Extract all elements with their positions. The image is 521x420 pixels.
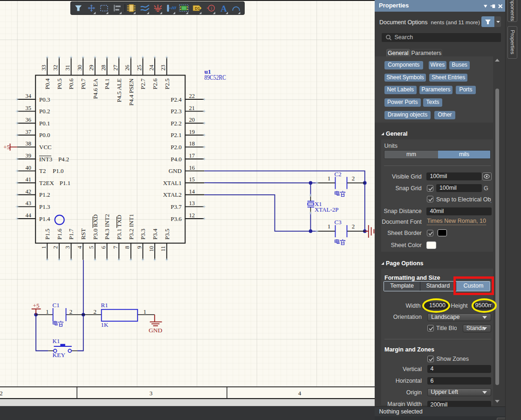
svg-text:20: 20 (189, 117, 195, 123)
svg-text:u1: u1 (205, 68, 212, 75)
svg-text:INT3: INT3 (39, 156, 52, 163)
svg-text:A: A (220, 4, 227, 14)
svg-text:GND: GND (169, 167, 182, 174)
svg-text:P2.3: P2.3 (171, 108, 181, 115)
svg-text:P3.2 INT1: P3.2 INT1 (128, 214, 135, 240)
svg-text:+5: +5 (33, 302, 40, 309)
svg-text:31: 31 (64, 65, 71, 71)
svg-text:P2.2: P2.2 (171, 120, 181, 127)
svg-text:P4.6 EA: P4.6 EA (92, 78, 99, 99)
svg-text:14: 14 (189, 188, 195, 195)
svg-text:13: 13 (189, 200, 195, 207)
svg-text:6: 6 (100, 246, 107, 249)
svg-text:D1: D1 (194, 6, 200, 11)
svg-text:P0.3: P0.3 (39, 96, 50, 103)
svg-text:3: 3 (150, 390, 153, 397)
svg-text:32: 32 (52, 65, 59, 71)
svg-text:P2.1: P2.1 (171, 131, 181, 138)
svg-text:1: 1 (41, 246, 47, 249)
svg-text:P1.3: P1.3 (39, 203, 50, 210)
svg-text:P1.6: P1.6 (56, 228, 63, 240)
svg-text:10: 10 (148, 246, 155, 252)
svg-text:P2.7: P2.7 (139, 78, 146, 90)
svg-text:P4.0: P4.0 (171, 156, 181, 163)
svg-text:17: 17 (189, 152, 195, 159)
svg-text:P3.5: P3.5 (164, 229, 171, 240)
svg-text:R1: R1 (101, 302, 108, 309)
svg-text:+5: +5 (3, 144, 10, 151)
svg-text:44: 44 (26, 212, 32, 219)
svg-text:26: 26 (124, 65, 130, 71)
svg-text:4: 4 (298, 390, 302, 397)
svg-text:P3.7: P3.7 (171, 203, 182, 210)
svg-text:1K: 1K (101, 321, 109, 328)
svg-text:P3.6: P3.6 (171, 215, 182, 222)
svg-text:P1.4: P1.4 (39, 215, 50, 222)
svg-text:T2EX: T2EX (39, 179, 54, 186)
svg-text:8: 8 (124, 246, 130, 249)
svg-text:T2: T2 (39, 167, 46, 174)
svg-text:19: 19 (189, 129, 195, 135)
svg-text:P1.1: P1.1 (60, 179, 70, 186)
svg-text:i: i (211, 6, 212, 11)
svg-text:P3.4: P3.4 (151, 228, 158, 240)
svg-text:P2.6: P2.6 (151, 78, 158, 90)
svg-text:18: 18 (189, 140, 195, 147)
svg-text:2: 2 (93, 308, 96, 315)
svg-text:P4.4 PSEN: P4.4 PSEN (128, 78, 135, 106)
svg-text:RST: RST (80, 228, 87, 240)
svg-text:P1.7: P1.7 (68, 228, 75, 240)
svg-text:1: 1 (143, 308, 146, 315)
svg-text:39: 39 (26, 152, 32, 159)
svg-text:P0.7: P0.7 (80, 78, 87, 90)
svg-text:11: 11 (160, 246, 166, 252)
svg-text:P4.1: P4.1 (103, 78, 110, 89)
svg-text:24: 24 (148, 64, 155, 70)
svg-text:GND: GND (149, 327, 162, 334)
svg-text:1: 1 (46, 308, 49, 315)
svg-text:36: 36 (26, 117, 32, 123)
svg-text:15: 15 (189, 176, 195, 183)
svg-text:27: 27 (112, 65, 119, 71)
svg-text:43: 43 (26, 200, 32, 207)
svg-text:30: 30 (76, 65, 83, 71)
svg-text:P0.2: P0.2 (39, 108, 50, 115)
svg-text:89C52RC: 89C52RC (205, 74, 226, 81)
svg-text:2: 2 (69, 308, 73, 315)
svg-text:41: 41 (26, 176, 32, 183)
svg-text:33: 33 (41, 65, 47, 71)
svg-text:25: 25 (136, 65, 143, 71)
svg-text:P4.3 INT2: P4.3 INT2 (103, 214, 110, 240)
svg-text:P0.5: P0.5 (56, 78, 63, 89)
svg-text:37: 37 (26, 129, 32, 135)
svg-text:P3.3: P3.3 (139, 229, 146, 240)
svg-text:P1.0: P1.0 (53, 167, 63, 174)
svg-text:2: 2 (52, 246, 59, 249)
svg-text:12: 12 (189, 212, 195, 219)
svg-text:XTAL2: XTAL2 (163, 191, 182, 198)
svg-text:P1.2: P1.2 (39, 191, 50, 198)
svg-text:KEY: KEY (53, 351, 66, 358)
svg-text:P2.5: P2.5 (164, 78, 171, 89)
svg-text:VCC: VCC (39, 144, 52, 151)
svg-text:P1.5: P1.5 (44, 229, 51, 240)
svg-text:P4.5 ALE: P4.5 ALE (116, 78, 123, 102)
svg-text:P4.2: P4.2 (58, 156, 69, 163)
svg-text:28: 28 (100, 65, 107, 71)
svg-text:3: 3 (64, 246, 71, 249)
svg-text:P0.4: P0.4 (44, 78, 51, 90)
svg-text:16: 16 (189, 165, 195, 171)
svg-text:22: 22 (189, 93, 195, 99)
svg-text:42: 42 (26, 188, 32, 195)
svg-text:5: 5 (88, 246, 95, 249)
svg-text:K1: K1 (53, 337, 60, 344)
svg-text:P2.4: P2.4 (171, 96, 182, 103)
svg-text:40: 40 (26, 165, 32, 171)
svg-text:2: 2 (0, 390, 3, 397)
svg-text:P0.6: P0.6 (68, 78, 75, 90)
svg-text:38: 38 (26, 140, 32, 147)
svg-text:35: 35 (26, 105, 32, 111)
svg-text:P0.1: P0.1 (39, 120, 50, 127)
svg-text:23: 23 (160, 65, 166, 71)
svg-text:29: 29 (88, 65, 95, 71)
